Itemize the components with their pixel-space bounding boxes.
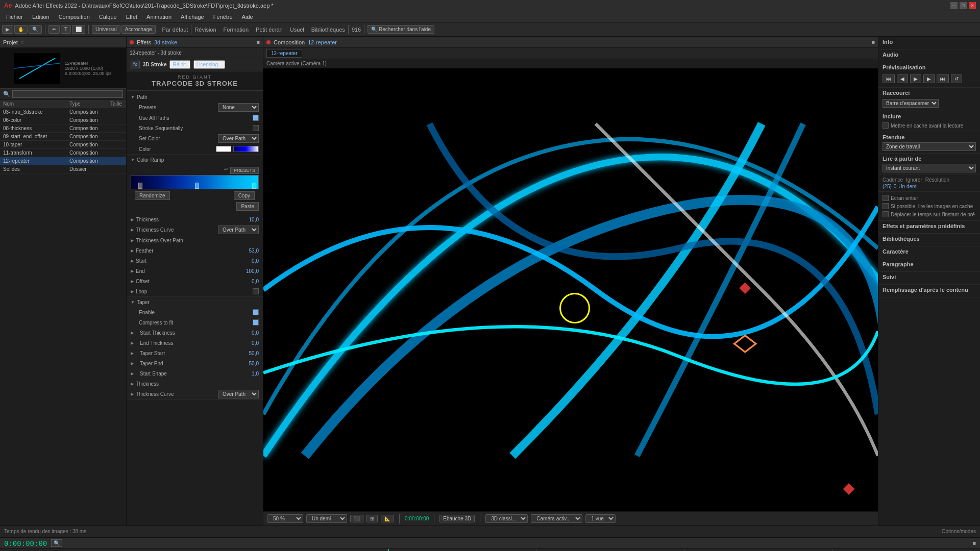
taper-start-triangle[interactable]: ▶ [131,351,134,356]
zoom-tool[interactable]: 🔍 [29,25,42,34]
start-shape-val[interactable]: 1,0 [238,371,259,377]
prev-frame-btn[interactable]: ◀ [897,74,908,83]
start-thickness-triangle[interactable]: ▶ [131,331,134,335]
licensing-button[interactable]: Licensing... [193,60,226,69]
toggle-rulers-btn[interactable]: 📐 [381,515,394,522]
skip-start-btn[interactable]: ⏮ [883,74,895,83]
time-display[interactable]: 0:00:00:00 [4,539,47,547]
camera-select[interactable]: Caméra activ... [531,514,582,523]
thickness-curve-triangle[interactable]: ▶ [131,228,134,232]
start-triangle[interactable]: ▶ [131,259,134,263]
close-button[interactable]: ✕ [969,2,976,9]
lire-select[interactable]: Instant courant [883,164,976,172]
menu-animation[interactable]: Animation [142,13,176,21]
timeline-menu-btn[interactable]: ≡ [973,540,976,546]
search-help-btn[interactable]: 🔍 Rechercher dans l'aide [368,25,434,34]
proj-row-5[interactable]: 11-transform Composition [0,149,126,157]
loop-btn[interactable]: ↺ [951,74,962,83]
thickness-over-path-triangle[interactable]: ▶ [131,238,134,243]
proj-row-7[interactable]: Solides Dossier [0,165,126,173]
vue-select[interactable]: 1 vue [585,514,616,523]
taper-thickness-triangle[interactable]: ▶ [131,382,134,386]
thickness-value[interactable]: 10,0 [238,217,259,222]
taper-thickness-curve-triangle[interactable]: ▶ [131,392,134,396]
playhead[interactable] [388,549,389,551]
randomize-button[interactable]: Randomize [135,191,170,200]
thickness-triangle[interactable]: ▶ [131,217,134,222]
start-value[interactable]: 0,0 [238,258,259,264]
start-thickness-val[interactable]: 0,0 [238,330,259,336]
etendue-select[interactable]: Zone de travail [883,142,976,151]
comp-tab[interactable]: 12-repeater [308,39,337,45]
universal-btn[interactable]: Universal [92,25,120,34]
comp-header-menu[interactable]: ≡ [872,39,875,45]
taper-triangle[interactable]: ▼ [131,300,135,305]
toggle-transparency-btn[interactable]: ⬛ [350,515,363,522]
proj-row-0[interactable]: 03-intro_3dstroke Composition [0,108,126,116]
menu-calque[interactable]: Calque [95,13,121,21]
proj-row-3[interactable]: 09-start_end_offset Composition [0,133,126,141]
view-3d-select[interactable]: 3D classi... [485,514,528,523]
color-ramp-triangle[interactable]: ▼ [131,158,135,162]
presets-btn[interactable]: PRESETS [230,167,259,174]
feather-triangle[interactable]: ▶ [131,248,134,253]
ramp-stop-left[interactable] [138,183,142,189]
project-search-input[interactable] [12,90,123,98]
color-ramp-bar[interactable] [131,175,259,189]
path-triangle[interactable]: ▼ [131,95,135,99]
project-search-bar[interactable]: 🔍 [0,89,126,100]
reinit-button[interactable]: Réinit. [169,60,190,69]
proj-row-1[interactable]: 06-color Composition [0,116,126,124]
deplacer-checkbox[interactable] [883,211,889,217]
composition-canvas[interactable] [263,68,878,511]
pen-tool[interactable]: ✒ [48,25,60,34]
snap-btn[interactable]: Accrochage [121,25,156,34]
comp-tab-item[interactable]: 12-repeater [266,49,302,58]
copy-button[interactable]: Copy [234,191,255,200]
cache-checkbox[interactable] [883,122,889,129]
hand-tool[interactable]: ✋ [14,25,28,34]
effects-menu-btn[interactable]: ≡ [257,39,260,45]
end-value[interactable]: 100,0 [238,268,259,274]
menu-affichage[interactable]: Affichage [177,13,208,21]
arrow-tool[interactable]: ▶ [2,25,13,34]
paste-button[interactable]: Paste [236,202,259,211]
menu-composition[interactable]: Composition [55,13,94,21]
text-tool[interactable]: T [61,25,71,34]
use-all-paths-checkbox[interactable] [253,115,259,121]
search-timeline-btn[interactable]: 🔍 [51,539,62,547]
3d-render-btn[interactable]: Ebauche 3D [439,515,475,522]
presets-select[interactable]: None [218,103,259,112]
menu-fichier[interactable]: Fichier [2,13,27,21]
stroke-seq-checkbox[interactable] [253,125,259,131]
feather-value[interactable]: 53,0 [238,248,259,254]
end-triangle[interactable]: ▶ [131,269,134,273]
taper-start-val[interactable]: 50,0 [238,350,259,356]
proj-row-6[interactable]: 12-repeater Composition [0,157,126,165]
menu-effet[interactable]: Effet [122,13,141,21]
cache-images-checkbox[interactable] [883,203,889,209]
color-swatch[interactable] [216,146,231,152]
menu-fenetre[interactable]: Fenêtre [209,13,237,21]
loop-checkbox[interactable] [253,288,259,294]
compress-checkbox[interactable] [253,319,259,325]
taper-end-triangle[interactable]: ▶ [131,361,134,366]
window-controls[interactable]: ─ □ ✕ [950,2,976,9]
toggle-grid-btn[interactable]: ⊞ [366,515,378,522]
maximize-button[interactable]: □ [960,2,967,9]
minimize-button[interactable]: ─ [950,2,958,9]
shortcuts-select[interactable]: Barre d'espacement [883,99,939,108]
effects-tab[interactable]: 3d stroke [154,39,177,45]
ramp-stop-right[interactable] [252,183,256,189]
ecran-checkbox[interactable] [883,195,889,201]
end-thickness-triangle[interactable]: ▶ [131,341,134,345]
next-frame-btn[interactable]: ▶ [923,74,935,83]
skip-end-btn[interactable]: ⏭ [937,74,949,83]
quality-select[interactable]: Un demi [306,514,347,523]
shape-tool[interactable]: ⬜ [72,25,85,34]
offset-value[interactable]: 0,0 [238,279,259,284]
proj-row-2[interactable]: 08-thickness Composition [0,124,126,133]
undo-ramp-icon[interactable]: ↩ [224,167,228,174]
taper-enable-checkbox[interactable] [253,309,259,315]
color-gradient-preview[interactable] [233,146,259,152]
